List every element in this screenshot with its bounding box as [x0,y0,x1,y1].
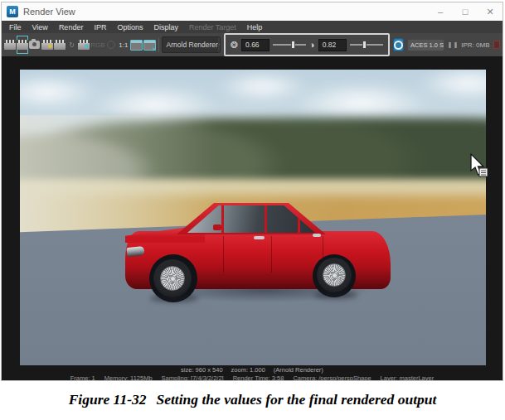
gamma-value-field[interactable]: 0.82 [318,39,347,51]
car-door-seam [271,236,272,273]
alpha-channel-button[interactable] [105,36,117,54]
remove-image-icon: ✕ [143,40,156,51]
maya-logo-icon: M [7,6,18,17]
info-frame: Frame: 1 [70,374,95,380]
rendered-image[interactable] [20,70,486,365]
menu-item-help[interactable]: Help [247,23,263,31]
info-camera: Camera: /persp/perspShape [293,374,371,380]
car-wheel-rear [317,258,352,292]
menu-bar: File View Render IPR Options Display Ren… [2,21,503,33]
car-rim-rear [323,263,346,287]
close-button[interactable]: ✕ [478,2,503,21]
mouse-cursor-icon [469,153,492,180]
settings-dot-icon [85,44,89,48]
exposure-icon[interactable]: ❂ [231,41,238,50]
ipr-usage-label: IPR: 0MB [461,41,489,49]
chevron-down-icon: ▼ [218,37,221,52]
ipr-dot-icon [48,44,52,48]
rgb-channels-icon: RGB [90,41,104,49]
one-to-one-icon: 1:1 [119,41,128,49]
toolbar-separator [158,37,159,52]
render-viewport: size: 960 x 540 zoom: 1.000 (Arnold Rend… [2,56,503,380]
renderer-dropdown[interactable]: Arnold Renderer ▼ [162,36,221,53]
render-view-window: M Render View – □ ✕ File View Render IPR… [1,2,503,381]
refresh-ipr-icon: ↻ [69,41,75,49]
menu-item-render[interactable]: Render [59,23,84,31]
remove-image-button[interactable]: ✕ [143,36,156,54]
car-door-seam [223,236,224,273]
gamma-slider[interactable] [350,39,383,51]
stop-render-button[interactable] [493,41,500,49]
render-info-line: Frame: 1 Memory: 1125Mb Sampling: [7/4/3… [2,374,503,380]
car-rim-front [160,266,185,291]
car-wheel-front [153,259,192,297]
image-status-line: size: 960 x 540 zoom: 1.000 (Arnold Rend… [2,366,503,374]
menu-item-file[interactable]: File [9,23,22,31]
car-windows [183,205,319,233]
render-region-button[interactable] [54,36,66,54]
color-management-icon [394,41,403,50]
renderer-dropdown-value: Arnold Renderer [163,41,218,49]
info-render-time: Render Time: 3:58 [233,374,284,380]
exposure-slider[interactable] [273,39,306,51]
render-button[interactable] [4,36,16,54]
minimize-button[interactable]: – [428,2,453,21]
exposure-slider-handle[interactable] [291,41,295,49]
title-bar: M Render View – □ ✕ [2,2,503,21]
page: M Render View – □ ✕ File View Render IPR… [0,0,505,420]
rgb-channels-button[interactable]: RGB [90,36,104,54]
menu-item-render-target: Render Target [189,23,236,31]
car-door-handle-front [254,236,265,239]
redo-previous-render-icon [17,40,28,50]
snapshot-button[interactable] [29,36,41,54]
info-layer: Layer: masterLayer [381,374,435,380]
gamma-icon[interactable]: ◑ [309,41,315,50]
figure-caption: Figure 11-32Setting the values for the f… [0,391,505,408]
render-region-icon [54,40,66,50]
render-settings-button[interactable] [78,36,90,54]
render-settings-icon [78,40,90,50]
ipr-render-button[interactable] [41,36,53,54]
menu-item-ipr[interactable]: IPR [94,23,106,31]
status-size: size: 960 x 540 [181,366,222,374]
menu-item-options[interactable]: Options [117,23,143,31]
info-sampling: Sampling: [7/4/3/2/2/2] [162,374,224,380]
keep-image-icon [130,40,143,51]
redo-previous-render-button[interactable] [17,36,28,54]
car-render [125,203,391,301]
figure-number: Figure 11-32 [69,391,147,408]
pause-ipr-button[interactable]: ❚❚ [448,41,459,48]
menu-item-display[interactable]: Display [153,23,178,31]
car-b-pillar [265,205,267,233]
car-a-pillar [221,205,224,233]
figure-caption-text: Setting the values for the final rendere… [156,391,436,408]
ipr-render-icon [41,40,53,50]
remove-x-icon: ✕ [152,46,157,52]
menu-item-view[interactable]: View [32,23,48,31]
colorspace-button[interactable]: ACES 1.0 SD [407,39,444,51]
snapshot-icon [29,41,40,49]
keep-image-button[interactable] [130,36,143,54]
alpha-channel-icon [107,41,115,49]
exposure-gamma-highlight-box: ❂ 0.66 ◑ 0.82 [224,33,390,56]
color-management-button[interactable] [393,38,404,51]
exposure-value-field[interactable]: 0.66 [241,39,269,51]
refresh-ipr-button: ↻ [66,36,78,54]
one-to-one-button[interactable]: 1:1 [118,36,129,54]
car-side-mirror [213,224,221,230]
maximize-button[interactable]: □ [453,2,478,21]
render-icon [4,40,16,50]
status-zoom: zoom: 1.000 [231,366,265,374]
window-title: Render View [23,7,428,17]
info-memory: Memory: 1125Mb [104,374,153,380]
toolbar: ↻ RGB 1:1 ✕ Arnold Renderer [2,33,503,56]
car-door-handle-rear [313,234,321,237]
gamma-slider-handle[interactable] [362,41,367,49]
status-renderer: (Arnold Renderer) [274,366,323,374]
